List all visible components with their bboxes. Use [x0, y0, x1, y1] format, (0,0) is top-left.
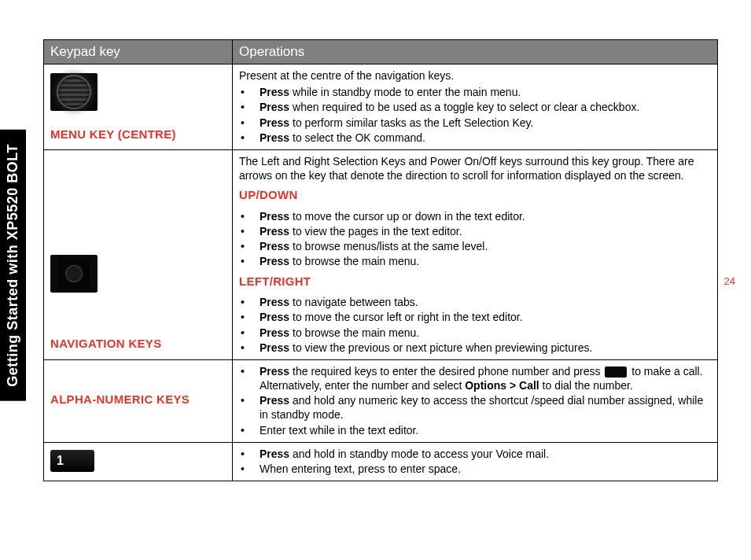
list-item: Press: [260, 131, 289, 144]
navigation-keys-icon: [50, 255, 98, 293]
keypad-table: Keypad key Operations MENU KEY (CENTRE) …: [43, 39, 718, 481]
header-operations: Operations: [233, 40, 718, 64]
menu-key-label: MENU KEY (CENTRE): [50, 127, 226, 142]
list-item: Press: [260, 255, 289, 267]
call-key-icon: [605, 367, 627, 378]
list-item: Press: [260, 101, 289, 113]
list-item: Press: [260, 240, 289, 252]
list-item: Press: [260, 86, 289, 98]
one-key-icon: 1: [50, 450, 94, 472]
list-item: Press the required keys to enter the des…: [260, 364, 711, 392]
list-item: Press: [260, 296, 289, 308]
menu-key-icon: [50, 73, 98, 111]
table-row: MENU KEY (CENTRE) Present at the centre …: [44, 64, 718, 150]
table-row: 1 Press and hold in standby mode to acce…: [44, 442, 718, 481]
left-right-heading: LEFT/RIGHT: [239, 274, 711, 289]
menu-key-intro: Present at the centre of the navigation …: [239, 68, 711, 83]
list-item: Press: [260, 116, 289, 129]
table-row: NAVIGATION KEYS The Left and Right Selec…: [44, 150, 718, 360]
nav-keys-intro: The Left and Right Selection Keys and Po…: [239, 154, 711, 182]
list-item: Enter text while in the text editor.: [260, 423, 711, 437]
page-number: 24: [724, 275, 735, 287]
sidebar-chapter-title: Getting Started with XP5520 BOLT: [0, 130, 26, 401]
list-item: Press: [260, 210, 289, 223]
main-content: Keypad key Operations MENU KEY (CENTRE) …: [43, 39, 718, 481]
header-keypad-key: Keypad key: [44, 40, 233, 64]
list-item: Press: [260, 225, 289, 238]
list-item: Press: [260, 311, 289, 323]
alpha-numeric-keys-label: ALPHA-NUMERIC KEYS: [50, 392, 226, 407]
list-item: Press: [260, 394, 289, 407]
list-item: When entering text, press to enter space…: [260, 462, 711, 476]
list-item: Press: [260, 326, 289, 339]
list-item: Press: [260, 341, 289, 354]
table-row: ALPHA-NUMERIC KEYS Press the required ke…: [44, 359, 718, 442]
list-item: Press: [260, 448, 289, 460]
up-down-heading: UP/DOWN: [239, 187, 711, 203]
navigation-keys-label: NAVIGATION KEYS: [50, 336, 226, 352]
